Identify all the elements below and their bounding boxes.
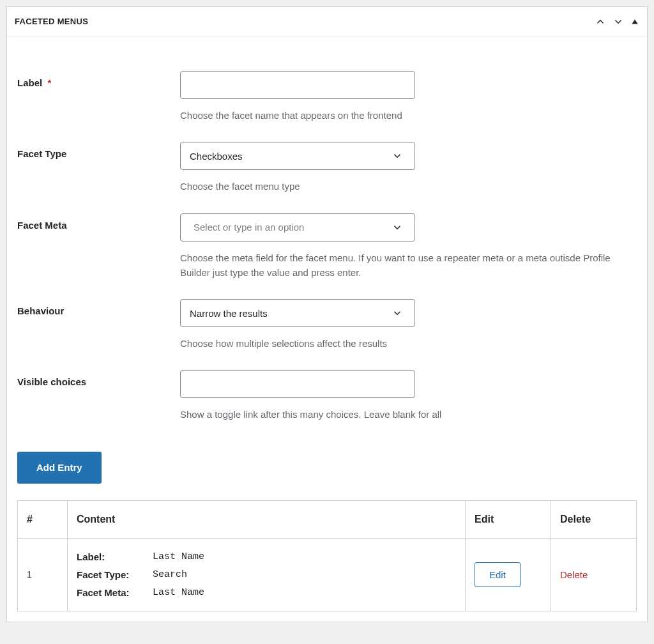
svg-marker-0 bbox=[632, 19, 637, 24]
behaviour-selected: Narrow the results bbox=[190, 308, 268, 319]
facet-type-label: Facet Type bbox=[17, 142, 180, 194]
content-label-val: Last Name bbox=[153, 551, 456, 562]
label-label: Label * bbox=[17, 71, 180, 123]
facet-meta-help: Choose the meta field for the facet menu… bbox=[180, 250, 621, 280]
header-edit: Edit bbox=[466, 500, 551, 538]
entries-table: # Content Edit Delete 1 Label: Last Name… bbox=[17, 500, 637, 611]
visible-choices-input[interactable] bbox=[180, 370, 415, 398]
row-facet-type: Facet Type Checkboxes Choose the facet m… bbox=[17, 123, 637, 194]
move-down-icon[interactable] bbox=[612, 16, 624, 27]
metabox-title: FACETED MENUS bbox=[15, 17, 88, 26]
visible-choices-help: Show a toggle link after this many choic… bbox=[180, 407, 621, 422]
row-content: Label: Last Name Facet Type: Search Face… bbox=[68, 538, 466, 611]
faceted-menus-metabox: FACETED MENUS Label * Choose the facet n… bbox=[6, 6, 648, 622]
collapse-toggle-icon[interactable] bbox=[630, 17, 639, 26]
row-visible-choices: Visible choices Show a toggle link after… bbox=[17, 351, 637, 422]
chevron-down-icon bbox=[392, 307, 406, 319]
metabox-header: FACETED MENUS bbox=[7, 7, 647, 36]
content-type-val: Search bbox=[153, 569, 456, 580]
behaviour-select[interactable]: Narrow the results bbox=[180, 299, 415, 327]
field-behaviour-col: Narrow the results Choose how multiple s… bbox=[180, 299, 637, 351]
metabox-handle-actions bbox=[595, 16, 639, 27]
content-type-key: Facet Type: bbox=[77, 569, 150, 580]
visible-choices-label: Visible choices bbox=[17, 370, 180, 422]
chevron-down-icon bbox=[392, 222, 406, 233]
required-asterisk: * bbox=[48, 77, 52, 88]
content-props: Label: Last Name Facet Type: Search Face… bbox=[77, 551, 456, 598]
row-delete-cell: Delete bbox=[551, 538, 637, 611]
facet-type-selected: Checkboxes bbox=[190, 151, 243, 162]
entries-header-row: # Content Edit Delete bbox=[18, 500, 637, 538]
label-input[interactable] bbox=[180, 71, 415, 99]
chevron-down-icon bbox=[392, 150, 406, 162]
field-label-col: Choose the facet name that appears on th… bbox=[180, 71, 637, 123]
row-label: Label * Choose the facet name that appea… bbox=[17, 45, 637, 123]
content-label-key: Label: bbox=[77, 551, 150, 562]
move-up-icon[interactable] bbox=[595, 16, 606, 27]
metabox-body: Label * Choose the facet name that appea… bbox=[7, 36, 647, 622]
facet-type-select[interactable]: Checkboxes bbox=[180, 142, 415, 170]
row-facet-meta: Facet Meta Select or type in an option C… bbox=[17, 194, 637, 280]
header-delete: Delete bbox=[551, 500, 637, 538]
field-facet-type-col: Checkboxes Choose the facet menu type bbox=[180, 142, 637, 194]
field-facet-meta-col: Select or type in an option Choose the m… bbox=[180, 213, 637, 280]
content-meta-key: Facet Meta: bbox=[77, 587, 150, 598]
add-entry-button[interactable]: Add Entry bbox=[17, 452, 102, 484]
behaviour-help: Choose how multiple selections affect th… bbox=[180, 336, 621, 351]
label-text: Label bbox=[17, 77, 42, 88]
row-behaviour: Behaviour Narrow the results Choose how … bbox=[17, 280, 637, 351]
facet-type-help: Choose the facet menu type bbox=[180, 179, 621, 194]
facet-meta-select[interactable]: Select or type in an option bbox=[180, 213, 415, 241]
facet-meta-placeholder: Select or type in an option bbox=[190, 222, 304, 233]
delete-link[interactable]: Delete bbox=[560, 569, 588, 580]
row-edit-cell: Edit bbox=[466, 538, 551, 611]
row-num: 1 bbox=[18, 538, 68, 611]
header-content: Content bbox=[68, 500, 466, 538]
edit-button[interactable]: Edit bbox=[475, 562, 521, 587]
content-meta-val: Last Name bbox=[153, 587, 456, 598]
table-row: 1 Label: Last Name Facet Type: Search Fa… bbox=[18, 538, 637, 611]
header-num: # bbox=[18, 500, 68, 538]
label-help: Choose the facet name that appears on th… bbox=[180, 108, 621, 123]
facet-meta-label: Facet Meta bbox=[17, 213, 180, 280]
field-visible-choices-col: Show a toggle link after this many choic… bbox=[180, 370, 637, 422]
behaviour-label: Behaviour bbox=[17, 299, 180, 351]
